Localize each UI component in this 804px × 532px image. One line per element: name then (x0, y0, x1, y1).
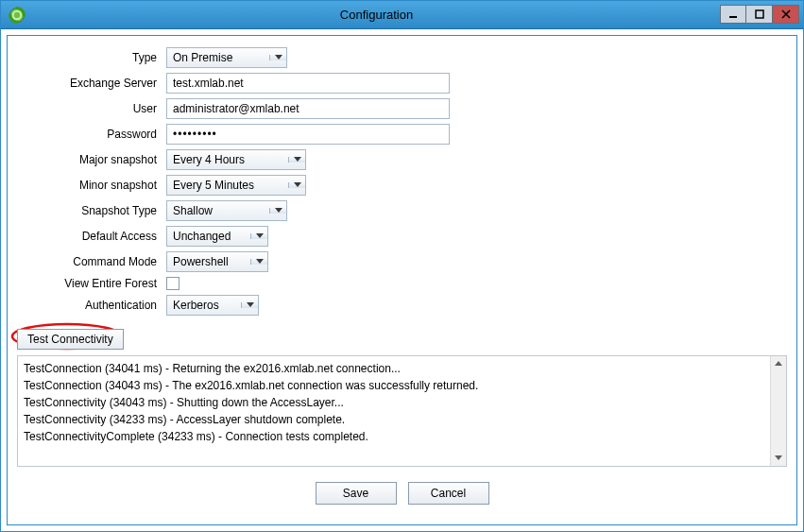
log-line: TestConnection (34043 ms) - The ex2016.x… (24, 377, 780, 394)
configuration-window: Configuration Type On Premise Exchange (0, 0, 804, 532)
minor-snapshot-combo[interactable]: Every 5 Minutes (166, 175, 306, 196)
log-line: TestConnection (34041 ms) - Returning th… (24, 360, 780, 377)
svg-rect-2 (729, 16, 737, 18)
chevron-down-icon (269, 55, 286, 60)
chevron-down-icon (269, 208, 286, 214)
log-line: TestConnectivity (34043 ms) - Shutting d… (24, 394, 780, 411)
minor-snapshot-value: Every 5 Minutes (167, 179, 288, 192)
svg-rect-3 (756, 10, 763, 18)
password-label: Password (17, 128, 159, 141)
scroll-down-icon[interactable] (772, 451, 786, 466)
cancel-button[interactable]: Cancel (408, 482, 489, 505)
app-icon (9, 7, 26, 24)
command-mode-label: Command Mode (17, 255, 159, 268)
window-controls (720, 5, 799, 26)
save-button[interactable]: Save (316, 482, 397, 505)
password-input[interactable]: ••••••••• (166, 124, 450, 145)
chevron-down-icon (288, 182, 305, 188)
chevron-down-icon (250, 233, 267, 239)
type-value: On Premise (167, 51, 269, 64)
minimize-button[interactable] (720, 5, 746, 24)
chevron-down-icon (250, 259, 267, 265)
config-form: Type On Premise Exchange Server test.xml… (17, 47, 787, 316)
log-scrollbar[interactable] (770, 356, 786, 466)
content-panel: Type On Premise Exchange Server test.xml… (7, 35, 797, 525)
maximize-button[interactable] (746, 5, 773, 24)
command-mode-value: Powershell (167, 255, 250, 268)
password-value: ••••••••• (173, 128, 217, 141)
major-snapshot-label: Major snapshot (17, 153, 159, 166)
snapshot-type-value: Shallow (167, 204, 269, 217)
minor-snapshot-label: Minor snapshot (17, 179, 159, 192)
default-access-value: Unchanged (167, 230, 250, 243)
default-access-combo[interactable]: Unchanged (166, 226, 268, 247)
type-combo[interactable]: On Premise (166, 47, 287, 68)
log-panel: TestConnection (34041 ms) - Returning th… (17, 355, 787, 467)
auth-label: Authentication (17, 299, 159, 312)
window-title: Configuration (33, 8, 720, 22)
titlebar: Configuration (1, 1, 803, 29)
chevron-down-icon (241, 302, 258, 308)
button-bar: Save Cancel (17, 467, 787, 510)
log-line: TestConnectivity (34233 ms) - AccessLaye… (24, 411, 780, 428)
snapshot-type-combo[interactable]: Shallow (166, 200, 287, 221)
auth-value: Kerberos (167, 299, 241, 312)
major-snapshot-value: Every 4 Hours (167, 153, 288, 166)
server-input[interactable]: test.xmlab.net (166, 73, 450, 94)
type-label: Type (17, 51, 159, 64)
server-value: test.xmlab.net (173, 77, 244, 90)
default-access-label: Default Access (17, 230, 159, 243)
command-mode-combo[interactable]: Powershell (166, 251, 268, 272)
snapshot-type-label: Snapshot Type (17, 204, 159, 217)
test-connectivity-button[interactable]: Test Connectivity (17, 329, 124, 350)
major-snapshot-combo[interactable]: Every 4 Hours (166, 149, 306, 170)
scroll-up-icon[interactable] (772, 356, 786, 371)
forest-label: View Entire Forest (17, 277, 159, 290)
test-section: Test Connectivity (17, 329, 787, 350)
auth-combo[interactable]: Kerberos (166, 295, 259, 316)
user-value: administrator@xmlab.net (173, 102, 299, 115)
server-label: Exchange Server (17, 77, 159, 90)
user-input[interactable]: administrator@xmlab.net (166, 98, 450, 119)
chevron-down-icon (288, 157, 305, 163)
user-label: User (17, 102, 159, 115)
view-entire-forest-checkbox[interactable] (166, 277, 180, 290)
log-line: TestConnectivityComplete (34233 ms) - Co… (24, 428, 780, 445)
close-button[interactable] (773, 5, 799, 24)
